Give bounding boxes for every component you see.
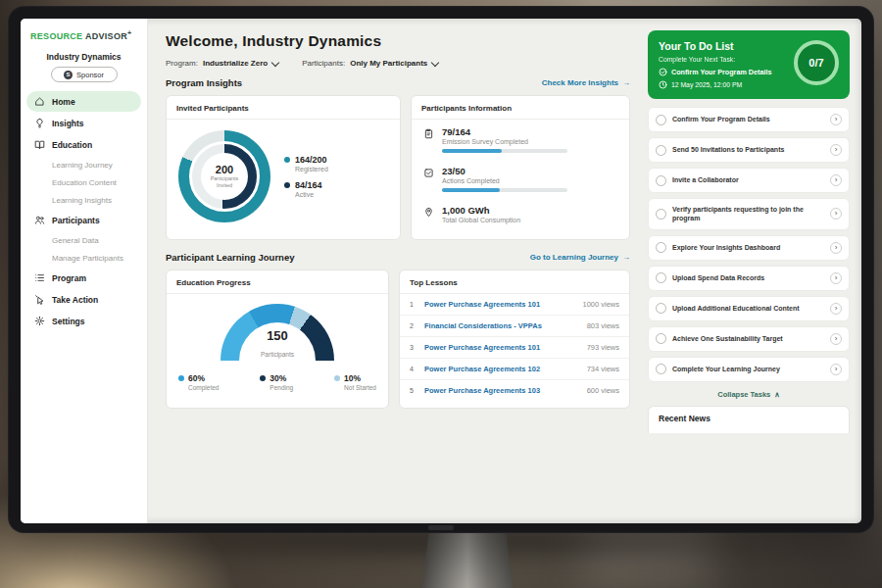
task-checkbox[interactable] xyxy=(656,272,666,283)
monitor: RESOURCE ADVISOR+ Industry Dynamics S Sp… xyxy=(8,6,874,533)
lesson-link[interactable]: Power Purchase Agreements 101 xyxy=(424,343,580,352)
task-item[interactable]: Verify participants requesting to join t… xyxy=(648,198,850,230)
todo-summary-card: Your To Do List Complete Your Next Task:… xyxy=(648,30,850,99)
chevron-right-icon: › xyxy=(830,272,842,284)
lesson-link[interactable]: Power Purchase Agreements 101 xyxy=(424,300,575,309)
invited-participants-card: Invited Participants 200 Participants In… xyxy=(166,95,401,240)
task-item[interactable]: Upload Additional Educational Content › xyxy=(648,296,850,321)
learning-journey-cards: Education Progress 150 Participants xyxy=(166,270,630,409)
gauge-center-label: Participants xyxy=(261,351,294,358)
lesson-link[interactable]: Financial Considerations - VPPAs xyxy=(424,321,580,330)
sidebar-item-label: Home xyxy=(52,97,75,107)
sidebar-item-education-content[interactable]: Education Content xyxy=(26,173,141,191)
legend-dot-pale xyxy=(334,375,340,381)
lesson-row: 5 Power Purchase Agreements 103 600 view… xyxy=(400,380,629,401)
recent-news-card: Recent News xyxy=(648,406,850,433)
sidebar-item-insights[interactable]: Insights xyxy=(26,113,141,133)
education-progress-gauge-chart: 150 Participants xyxy=(220,304,334,365)
sidebar-item-learning-insights[interactable]: Learning Insights xyxy=(26,191,141,209)
go-to-learning-journey-link[interactable]: Go to Learning Journey → xyxy=(530,253,630,262)
todo-next-task: Confirm Your Program Details xyxy=(659,68,771,76)
sidebar-item-general-data[interactable]: General Data xyxy=(26,231,141,249)
participants-information-card: Participants Information 79/164 Emission… xyxy=(411,95,630,240)
task-item[interactable]: Confirm Your Program Details › xyxy=(648,107,850,132)
task-checkbox[interactable] xyxy=(656,115,666,125)
sidebar-item-label: Participants xyxy=(52,216,100,225)
task-checkbox[interactable] xyxy=(656,145,666,156)
chevron-right-icon: › xyxy=(830,144,842,156)
todo-next-task-time: 12 May 2025, 12:00 PM xyxy=(659,80,771,89)
sidebar-item-settings[interactable]: Settings xyxy=(26,311,141,331)
lightbulb-icon xyxy=(34,118,45,128)
clipboard-icon xyxy=(423,128,434,139)
sidebar-item-education[interactable]: Education xyxy=(26,134,141,155)
program-filter-value: Industrialize Zero xyxy=(203,59,268,68)
card-title: Education Progress xyxy=(167,270,388,294)
top-lessons-card: Top Lessons 1 Power Purchase Agreements … xyxy=(399,270,630,409)
check-more-insights-link[interactable]: Check More Insights → xyxy=(542,78,630,87)
chevron-right-icon: › xyxy=(830,303,842,315)
home-icon xyxy=(34,96,45,107)
sponsor-badge-label: Sponsor xyxy=(76,71,104,79)
task-item[interactable]: Complete Your Learning Journey › xyxy=(648,357,850,382)
todo-panel: Your To Do List Complete Your Next Task:… xyxy=(644,19,861,523)
sidebar-item-participants[interactable]: Participants xyxy=(26,210,141,230)
participants-filter-dropdown[interactable]: Participants: Only My Participants xyxy=(302,59,438,68)
legend-dot-teal xyxy=(284,157,290,163)
task-checkbox[interactable] xyxy=(656,242,666,253)
invited-participants-donut-chart: 200 Participants Invited xyxy=(178,130,270,222)
lesson-row: 2 Financial Considerations - VPPAs 803 v… xyxy=(400,316,629,337)
legend-item-pending: 30% Pending xyxy=(260,373,293,391)
task-checkbox[interactable] xyxy=(656,209,666,220)
task-item[interactable]: Send 50 Invitations to Participants › xyxy=(648,137,850,163)
sidebar: RESOURCE ADVISOR+ Industry Dynamics S Sp… xyxy=(21,19,148,523)
donut-center-value: 200 xyxy=(216,164,233,175)
chevron-right-icon: › xyxy=(830,333,842,345)
sidebar-item-home[interactable]: Home xyxy=(26,91,141,112)
chevron-right-icon: › xyxy=(830,364,842,375)
sponsor-badge[interactable]: S Sponsor xyxy=(51,67,118,82)
chevron-up-icon: ∧ xyxy=(774,390,780,399)
task-checkbox[interactable] xyxy=(656,175,666,186)
task-checkbox[interactable] xyxy=(656,303,666,314)
sidebar-item-label: Program xyxy=(52,273,86,283)
chevron-down-icon xyxy=(271,58,279,66)
list-icon xyxy=(34,272,45,283)
sidebar-item-manage-participants[interactable]: Manage Participants xyxy=(26,249,141,267)
todo-task-list: Confirm Your Program Details › Send 50 I… xyxy=(648,107,850,406)
gauge-legend: 60% Completed 30% Pending xyxy=(167,365,388,391)
monitor-stand xyxy=(422,532,513,588)
sidebar-item-learning-journey[interactable]: Learning Journey xyxy=(26,156,141,173)
lesson-link[interactable]: Power Purchase Agreements 103 xyxy=(424,386,580,395)
sidebar-item-take-action[interactable]: Take Action xyxy=(26,289,141,310)
org-name: Industry Dynamics xyxy=(21,52,147,62)
card-title: Participants Information xyxy=(412,96,629,120)
task-checkbox[interactable] xyxy=(656,333,666,344)
task-item[interactable]: Explore Your Insights Dashboard › xyxy=(648,235,850,261)
todo-subtitle: Complete Your Next Task: xyxy=(659,56,771,63)
chevron-right-icon: › xyxy=(830,208,842,220)
recent-news-title: Recent News xyxy=(659,414,710,423)
task-checkbox[interactable] xyxy=(656,364,666,374)
task-item[interactable]: Upload Spend Data Records › xyxy=(648,266,850,291)
learning-journey-header: Participant Learning Journey Go to Learn… xyxy=(166,252,630,263)
sidebar-item-label: Education xyxy=(52,140,92,150)
sidebar-item-program[interactable]: Program xyxy=(26,268,141,288)
participants-filter-value: Only My Participants xyxy=(350,59,427,68)
chevron-right-icon: › xyxy=(830,114,842,125)
todo-title: Your To Do List xyxy=(659,40,771,52)
todo-progress-ring: 0/7 xyxy=(794,40,839,85)
donut-center-label: Participants Invited xyxy=(206,175,243,189)
emission-survey-progress-bar xyxy=(442,149,567,153)
program-filter-dropdown[interactable]: Program: Industrialize Zero xyxy=(166,59,278,68)
task-item[interactable]: Invite a Collaborator › xyxy=(648,168,850,193)
main-content: Welcome, Industry Dynamics Program: Indu… xyxy=(148,19,644,523)
program-filter-label: Program: xyxy=(166,59,198,68)
task-item[interactable]: Achieve One Sustainability Target › xyxy=(648,326,850,352)
location-pin-icon xyxy=(423,207,434,218)
participants-filter-label: Participants: xyxy=(302,59,345,68)
gauge-center-value: 150 xyxy=(220,329,334,343)
collapse-tasks-button[interactable]: Collapse Tasks ∧ xyxy=(648,387,850,406)
lesson-link[interactable]: Power Purchase Agreements 102 xyxy=(424,365,580,373)
legend-dot-blue xyxy=(178,375,184,381)
